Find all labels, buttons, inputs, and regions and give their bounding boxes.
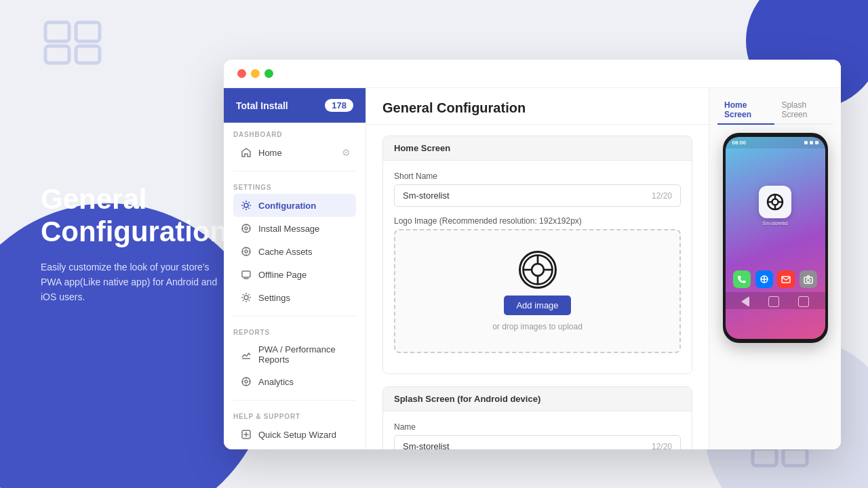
total-install-banner: Total Install 178 (224, 88, 366, 123)
app-icon (759, 186, 791, 218)
splash-name-row: Name Sm-storelist 12/20 (394, 422, 681, 449)
svg-rect-1 (76, 22, 100, 41)
bg-icon-tl (42, 19, 103, 66)
sidebar-item-cache-assets[interactable]: Cache Assets (233, 240, 356, 263)
svg-point-27 (772, 199, 778, 205)
add-image-button[interactable]: Add image (504, 296, 570, 315)
maximize-button[interactable] (264, 69, 273, 78)
sidebar-item-offline-page[interactable]: Offline Page (233, 263, 356, 286)
short-name-input[interactable]: Sm-storelist 12/20 (394, 184, 681, 207)
home-icon (240, 146, 252, 159)
home-screen-section: Home Screen Short Name Sm-storelist 12/2… (382, 136, 692, 374)
svg-point-12 (245, 250, 248, 253)
reports-section-label: REPORTS (233, 329, 356, 336)
sidebar-section-reports: REPORTS PWA / Performance Reports (224, 321, 366, 396)
svg-point-35 (807, 279, 810, 282)
sidebar-item-wizard-label: Quick Setup Wizard (258, 430, 336, 440)
content-body: Home Screen Short Name Sm-storelist 12/2… (366, 125, 709, 449)
splash-screen-header: Splash Screen (for Android device) (383, 387, 692, 411)
svg-point-21 (532, 264, 544, 276)
dock-translate-icon (755, 270, 773, 288)
total-install-count: 178 (325, 99, 353, 112)
configuration-icon (240, 199, 252, 211)
splash-name-input[interactable]: Sm-storelist 12/20 (394, 435, 681, 449)
main-content: General Configuration Home Screen Short … (366, 88, 709, 449)
sidebar-item-faqs[interactable]: FAQs (233, 446, 356, 449)
sidebar-item-configuration-label: Configuration (258, 201, 316, 211)
phone-status-icons (804, 141, 818, 144)
sidebar-item-wizard[interactable]: Quick Setup Wizard (233, 423, 356, 446)
phone-dock (726, 266, 825, 292)
sidebar-item-offline-label: Offline Page (258, 270, 307, 280)
svg-rect-2 (45, 46, 69, 63)
battery-icon (815, 141, 818, 144)
wizard-icon (240, 428, 252, 441)
phone-recent-btn (798, 296, 809, 307)
short-name-row: Short Name Sm-storelist 12/20 (394, 171, 681, 207)
page-title: General Configuration (382, 100, 692, 116)
sidebar-item-home-label: Home (258, 148, 282, 158)
divider-2 (233, 316, 356, 317)
app-icon-svg (766, 192, 785, 211)
gear-icon-home: ⚙ (342, 147, 351, 158)
svg-point-10 (245, 227, 248, 230)
sidebar-item-home[interactable]: Home ⚙ (233, 141, 356, 164)
signal-icon (804, 141, 808, 144)
sidebar-item-cache-label: Cache Assets (258, 247, 313, 257)
phone-nav-bar (726, 292, 825, 309)
sidebar-item-analytics[interactable]: Analytics (233, 370, 356, 393)
splash-name-value: Sm-storelist (403, 441, 450, 449)
main-header: General Configuration (366, 88, 709, 125)
app-icon-label: Sm-storelist (763, 221, 788, 226)
sidebar-item-pwa-reports-label: PWA / Performance Reports (258, 344, 349, 365)
splash-screen-section: Splash Screen (for Android device) Name … (382, 386, 692, 449)
phone-home-btn (768, 296, 779, 307)
install-message-icon (240, 222, 252, 235)
home-screen-section-header: Home Screen (383, 136, 692, 161)
phone-back-btn (741, 296, 749, 307)
dock-camera-icon (800, 270, 817, 288)
analytics-icon (240, 375, 252, 388)
tab-home-screen[interactable]: Home Screen (717, 96, 774, 125)
sidebar-item-analytics-label: Analytics (258, 377, 294, 387)
upload-area[interactable]: Add image or drop images to upload (394, 229, 681, 353)
divider-1 (233, 171, 356, 171)
left-panel-title: General Configuration (41, 183, 231, 249)
svg-point-14 (244, 296, 248, 300)
sidebar-item-settings-label: Settings (258, 293, 290, 303)
tab-splash-screen[interactable]: Splash Screen (774, 96, 833, 125)
sidebar: Total Install 178 DASHBOARD Home ⚙ (224, 88, 366, 449)
dock-gmail-icon (777, 270, 795, 288)
sidebar-section-settings: SETTINGS Configuration (224, 176, 366, 312)
total-install-label: Total Install (236, 100, 288, 111)
svg-point-8 (244, 203, 248, 207)
logo-image-row: Logo Image (Recommended resolution: 192x… (394, 216, 681, 353)
sidebar-item-settings[interactable]: Settings (233, 286, 356, 309)
offline-page-icon (240, 268, 252, 281)
phone-status-bar: 08:00 (726, 137, 825, 148)
svg-rect-0 (45, 22, 69, 41)
svg-rect-3 (76, 46, 100, 63)
settings-section-label: SETTINGS (233, 184, 356, 191)
close-button[interactable] (237, 69, 246, 78)
sidebar-item-pwa-reports[interactable]: PWA / Performance Reports (233, 339, 356, 370)
window-body: Total Install 178 DASHBOARD Home ⚙ (224, 88, 841, 449)
left-panel: General Configuration Easily customize t… (41, 183, 231, 305)
svg-rect-6 (753, 449, 776, 466)
divider-3 (233, 400, 356, 401)
sidebar-item-install-message-label: Install Message (258, 224, 319, 234)
splash-name-label: Name (394, 422, 681, 432)
short-name-label: Short Name (394, 171, 681, 181)
app-icon-area: Sm-storelist (726, 186, 825, 226)
phone-time: 08:00 (732, 140, 746, 146)
splash-screen-body: Name Sm-storelist 12/20 Theme Color (383, 411, 692, 449)
splash-name-count: 12/20 (652, 442, 672, 450)
sidebar-item-configuration[interactable]: Configuration (233, 194, 356, 217)
settings-icon (240, 291, 252, 304)
sidebar-section-help: HELP & SUPPORT Quick Setup Wizard (224, 405, 366, 449)
dashboard-label: DASHBOARD (233, 131, 356, 138)
minimize-button[interactable] (251, 69, 260, 78)
sidebar-item-install-message[interactable]: Install Message (233, 217, 356, 240)
main-window: Total Install 178 DASHBOARD Home ⚙ (224, 60, 841, 449)
chart-icon (240, 348, 252, 361)
